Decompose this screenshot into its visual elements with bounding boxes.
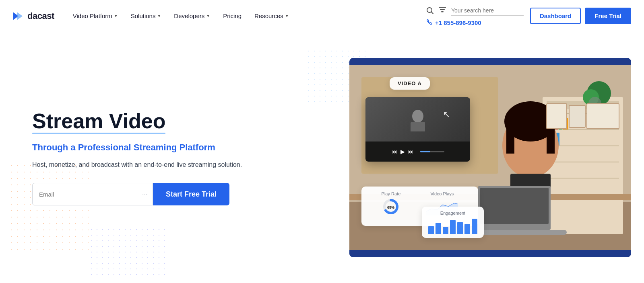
- start-free-trial-button[interactable]: Start Free Trial: [153, 183, 229, 205]
- rewind-button[interactable]: ⏮: [392, 148, 397, 155]
- search-row: [426, 6, 524, 16]
- player-screen: ↖: [365, 97, 470, 142]
- chevron-down-icon: ▼: [114, 14, 118, 18]
- bar-item: [443, 227, 448, 234]
- dacast-logo-icon: [13, 10, 24, 22]
- svg-rect-4: [439, 7, 446, 8]
- video-bottom-bar: [349, 250, 631, 257]
- svg-rect-12: [547, 129, 619, 130]
- video-panel: VIDEO A ↖ ⏮ ▶ ⏭: [349, 58, 631, 257]
- dots-decoration-blue-bottom: [89, 227, 169, 275]
- header-buttons: Dashboard Free Trial: [530, 8, 631, 24]
- svg-rect-26: [506, 121, 514, 154]
- play-rate-metric: Play Rate 65%: [382, 191, 401, 217]
- hero-title: Stream Video: [32, 110, 165, 133]
- header: dacast Video Platform ▼ Solutions ▼ Deve…: [0, 0, 644, 32]
- svg-marker-1: [17, 12, 23, 20]
- progress-bar: [420, 150, 444, 153]
- svg-rect-37: [569, 105, 585, 127]
- email-dots-icon: ⋯: [142, 191, 148, 197]
- logo[interactable]: dacast: [13, 10, 54, 22]
- engagement-bar-chart: [428, 218, 477, 234]
- cta-row: ⋯ Start Free Trial: [32, 183, 242, 205]
- fast-forward-button[interactable]: ⏭: [408, 148, 414, 155]
- email-input[interactable]: [32, 183, 153, 205]
- bar-item: [457, 222, 463, 234]
- main-nav: Video Platform ▼ Solutions ▼ Developers …: [67, 9, 295, 23]
- hero-subtitle: Through a Professional Streaming Platfor…: [32, 142, 242, 153]
- svg-rect-5: [440, 9, 445, 10]
- bar-item: [472, 219, 477, 234]
- chevron-down-icon: ▼: [157, 14, 161, 18]
- phone-area[interactable]: +1 855-896-9300: [426, 19, 524, 27]
- nav-pricing[interactable]: Pricing: [217, 9, 247, 23]
- bar-item: [450, 220, 456, 234]
- svg-text:65%: 65%: [387, 205, 394, 209]
- play-button[interactable]: ▶: [400, 148, 405, 155]
- nav-resources[interactable]: Resources ▼: [249, 9, 295, 23]
- search-input[interactable]: [451, 7, 524, 14]
- bar-item: [428, 226, 434, 234]
- play-controls: ⏮ ▶ ⏭: [365, 142, 470, 162]
- dashboard-button[interactable]: Dashboard: [530, 8, 581, 24]
- play-rate-donut: 65%: [382, 198, 400, 215]
- video-top-bar: [349, 58, 631, 65]
- hero-visual: VIDEO A ↖ ⏮ ▶ ⏭: [242, 58, 631, 257]
- svg-line-3: [431, 12, 433, 14]
- phone-icon: [426, 19, 433, 27]
- nav-video-platform[interactable]: Video Platform ▼: [67, 9, 124, 23]
- person-silhouette: [402, 107, 434, 131]
- video-content: VIDEO A ↖ ⏮ ▶ ⏭: [349, 65, 631, 250]
- svg-rect-40: [411, 122, 425, 131]
- inner-player-card: ↖ ⏮ ▶ ⏭: [365, 97, 470, 162]
- svg-point-39: [412, 110, 423, 123]
- bar-item: [436, 223, 441, 234]
- svg-rect-42: [420, 151, 430, 152]
- email-input-wrapper: ⋯: [32, 183, 153, 205]
- hero-description: Host, monetize, and broadcast with an en…: [32, 159, 242, 170]
- search-container: [451, 6, 524, 16]
- svg-rect-6: [441, 11, 444, 12]
- search-icon[interactable]: [426, 7, 433, 14]
- svg-rect-30: [480, 188, 549, 224]
- card-engagement: Engagement: [422, 207, 484, 238]
- filter-icon[interactable]: [438, 6, 446, 15]
- svg-rect-38: [587, 104, 619, 129]
- card-video-a: VIDEO A: [390, 77, 430, 90]
- nav-developers[interactable]: Developers ▼: [168, 9, 216, 23]
- svg-point-2: [427, 8, 432, 12]
- chevron-down-icon: ▼: [285, 14, 289, 18]
- svg-rect-14: [547, 162, 619, 162]
- svg-rect-15: [547, 178, 619, 178]
- cursor-icon: ↖: [443, 109, 450, 120]
- free-trial-button[interactable]: Free Trial: [585, 8, 631, 24]
- svg-rect-36: [547, 104, 567, 129]
- logo-wordmark: dacast: [27, 11, 54, 21]
- chevron-down-icon: ▼: [206, 14, 210, 18]
- hero-content: Stream Video Through a Professional Stre…: [32, 110, 242, 205]
- nav-solutions[interactable]: Solutions ▼: [125, 9, 167, 23]
- bar-item: [464, 224, 470, 234]
- header-controls: +1 855-896-9300: [426, 6, 524, 27]
- phone-number: +1 855-896-9300: [435, 19, 481, 26]
- hero-section: Stream Video Through a Professional Stre…: [0, 32, 644, 283]
